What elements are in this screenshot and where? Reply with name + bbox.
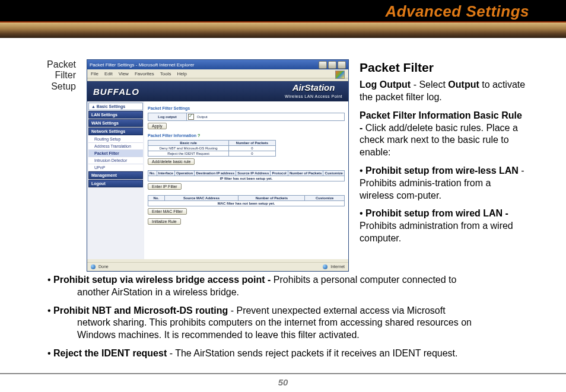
sidebar-basic-header[interactable]: ▲ Basic Settings [88,103,143,110]
window-buttons [319,61,346,69]
bullet: • Prohibit NBT and Microsoft-DS routing … [46,305,542,342]
apply-button[interactable]: Apply [148,123,167,129]
maximize-icon[interactable] [328,61,336,69]
term-prohibit-bridge: Prohibit setup via wireless bridge acces… [53,275,274,285]
txt: - The AirStation sends reject packets if… [167,348,457,358]
table-row: MAC filter has not been setup yet. [148,201,345,206]
txt: network sharing. This prohibits computer… [57,317,542,329]
internet-zone-icon [323,264,327,269]
ipf-no: No. [148,171,157,176]
buffalo-logo: BUFFALO [93,87,139,97]
ie-titlebar: Packet Filter Settings - Microsoft Inter… [87,60,348,69]
screenshot-caption: Packet Filter Setup [46,59,76,92]
bullet: • Prohibit setup from wired LAN - Prohib… [360,208,527,244]
paragraph: Log Output - Select Output to activate t… [360,79,527,104]
add-delete-basic-rule-button[interactable]: Add/delete basic rule [148,158,195,165]
sidebar-upnp[interactable]: UPnP [88,164,143,171]
windows-logo-icon [335,71,345,79]
ipf-cust: Customize [323,171,345,176]
close-icon[interactable] [338,61,346,69]
basic-rule-col-count: Number of Packets [229,141,276,146]
caption-l3: Setup [51,81,76,91]
airstation-big: AirStation [285,83,342,93]
log-output-checkbox[interactable] [188,114,194,120]
status-internet: Internet [330,264,345,269]
status-done: Done [98,264,109,269]
airstation-logo: AirStation Wireless LAN Access Point [285,83,342,99]
menu-tools[interactable]: Tools [160,71,171,77]
ui-body: ▲ Basic Settings LAN Settings WAN Settin… [87,101,348,259]
menu-edit[interactable]: Edit [104,71,113,77]
bullet: • Prohibit setup from wire-less LAN - Pr… [360,165,527,202]
panel: Packet Filter Settings Log output Output [144,101,348,259]
txt: Click add/delete basic rules. Place a ch… [360,123,518,158]
mac-src: Source MAC Address [164,196,239,201]
sidebar-logout[interactable]: Logout [88,180,143,187]
section-heading: Packet Filter [360,59,527,75]
paragraph: Packet Filter Information Basic Rule - C… [360,110,527,159]
lower-block: • Prohibit setup via wireless bridge acc… [46,274,542,360]
help-icon[interactable]: ? [198,133,200,138]
rule-name: Deny NBT and Microsoft-DS Routing [148,146,229,151]
ie-window: Packet Filter Settings - Microsoft Inter… [87,59,349,272]
page-title: Advanced Settings [385,2,529,21]
sidebar-routing[interactable]: Routing Setup [88,136,143,143]
enter-mac-filter-button[interactable]: Enter MAC Filter [148,208,187,215]
term-prohibit-nbt: Prohibit NBT and Microsoft-DS routing [53,305,228,315]
ie-title-text: Packet Filter Settings - Microsoft Inter… [90,62,195,68]
panel-h1: Packet Filter Settings [148,106,345,110]
term-reject-ident: Reject the IDENT request [53,348,167,358]
menu-view[interactable]: View [119,71,129,77]
mac-no: No. [148,196,165,201]
page-number: 50 [0,377,566,387]
ipf-op: Operation [174,171,194,176]
txt: Prohibits administration from a wired co… [360,221,513,243]
table-row: Reject the IDENT Request 0 [148,151,276,157]
sidebar-ids[interactable]: Intrusion Detector [88,157,143,164]
ie-menu-bar: File Edit View Favorites Tools Help [87,69,348,78]
mac-filter-empty-msg: MAC filter has not been setup yet. [148,201,345,206]
rule-count: 0 [229,146,276,151]
rule-name: Reject the IDENT Request [148,151,229,157]
log-output-label: Log output [148,113,187,121]
basic-rule-col-rule: Basic rule [148,141,229,146]
table-row: IP filter has not been setup yet. [148,176,345,181]
header-banner: Advanced Settings [0,0,566,38]
ipf-prot: Protocol [271,171,288,176]
ipf-cnt: Number of Packets [288,171,323,176]
right-column: Packet Filter Log Output - Select Output… [360,59,527,251]
basic-rule-table: Basic rule Number of Packets Deny NBT an… [148,140,276,157]
sidebar-network[interactable]: Network Settings [88,128,143,135]
sidebar-address[interactable]: Address Translation [88,143,143,150]
bullet: • Prohibit setup via wireless bridge acc… [46,274,542,299]
sidebar-management[interactable]: Management [88,171,143,179]
done-icon [91,264,96,269]
rule-count: 0 [229,151,276,157]
menu-favorites[interactable]: Favorites [135,71,154,77]
ip-filter-empty-msg: IP filter has not been setup yet. [148,176,345,181]
log-output-checkbox-label: Output [197,115,208,119]
sidebar-packetfilter[interactable]: Packet Filter [88,150,143,157]
txt: Prohibits a personal computer connected … [274,275,457,285]
txt: - Select [411,79,448,90]
ipf-src: Source IP Address [236,171,271,176]
enter-ip-filter-button[interactable]: Enter IP Filter [148,183,182,190]
panel-h2-row: Packet Filter Information ? [148,133,345,138]
table-row: Deny NBT and Microsoft-DS Routing 0 [148,146,276,151]
term-log-output: Log Output [360,79,411,90]
log-output-row: Log output Output [148,113,345,121]
txt: Windows machines. It is recommended to l… [57,329,542,342]
initialize-rule-button[interactable]: Initialize Rule [148,218,181,225]
sidebar-lan[interactable]: LAN Settings [88,111,143,119]
txt: another AirStation in a wireless bridge. [57,286,542,299]
menu-help[interactable]: Help [177,71,186,77]
term-prohibit-wireless: Prohibit setup from wire-less LAN [365,165,519,176]
menu-file[interactable]: File [91,71,98,77]
ipf-if: Interface [157,171,174,176]
airstation-small: Wireless LAN Access Point [285,94,342,98]
minimize-icon[interactable] [319,61,327,69]
sidebar-wan[interactable]: WAN Settings [88,119,143,127]
panel-h2: Packet Filter Information [148,133,196,138]
sidebar: ▲ Basic Settings LAN Settings WAN Settin… [87,101,144,259]
ie-status-bar: Done Internet [87,262,348,271]
